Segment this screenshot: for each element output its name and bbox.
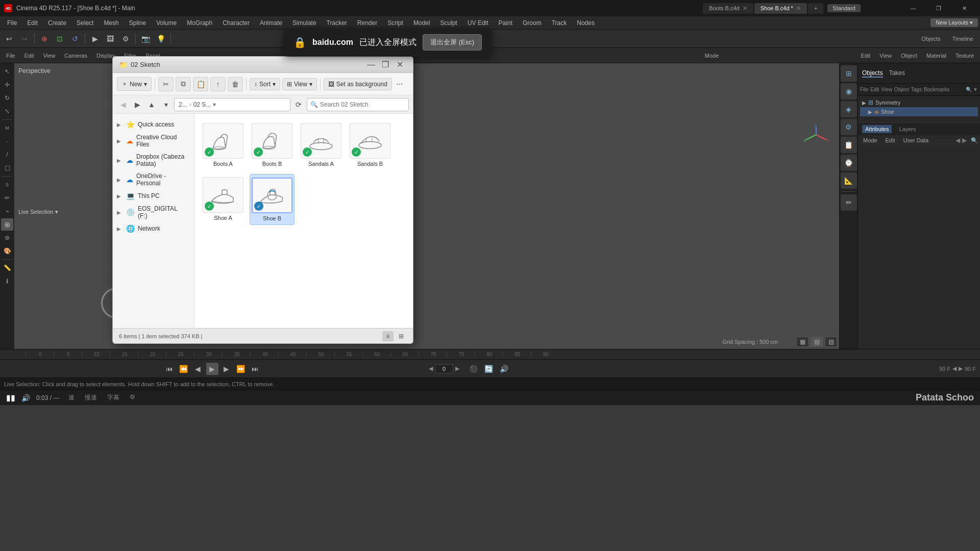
- more-button[interactable]: ···: [394, 80, 405, 89]
- menu-character[interactable]: Character: [217, 18, 255, 28]
- light-icon[interactable]: 💡: [154, 32, 168, 46]
- nav-recent-btn[interactable]: ▾: [160, 98, 172, 111]
- render-view-icon[interactable]: 🖼: [103, 32, 117, 46]
- file-sandals-b[interactable]: ✓ Sandals B: [348, 120, 393, 170]
- spline-tool[interactable]: S: [1, 179, 13, 191]
- search-attr-icon[interactable]: 🔍: [971, 137, 978, 144]
- menu-uvedit[interactable]: UV Edit: [462, 18, 494, 28]
- view-mode-1[interactable]: ▦: [796, 337, 808, 347]
- subtab-file[interactable]: File: [860, 87, 868, 92]
- edges-tool[interactable]: /: [1, 148, 13, 161]
- loop-btn[interactable]: 🔄: [483, 363, 495, 375]
- playbar-play-icon[interactable]: ▮▮: [6, 393, 15, 403]
- search-input[interactable]: [320, 101, 405, 108]
- camera-icon[interactable]: 📷: [138, 32, 153, 46]
- menu-tracker[interactable]: Tracker: [322, 18, 352, 28]
- layer-icon[interactable]: 📋: [841, 137, 857, 153]
- coord-icon[interactable]: 📐: [841, 172, 857, 189]
- texture-menu[interactable]: Texture: [951, 52, 978, 60]
- frame-arrow-right[interactable]: ▶: [959, 365, 963, 372]
- sound-btn[interactable]: 🔊: [498, 363, 510, 375]
- frame-arrow-left[interactable]: ◀: [952, 365, 957, 372]
- menu-simulate[interactable]: Simulate: [287, 18, 322, 28]
- menu-file[interactable]: File: [2, 18, 22, 28]
- scale-tool[interactable]: ⤡: [1, 105, 13, 117]
- select-tool[interactable]: ↖: [1, 65, 13, 78]
- tab-boots-b[interactable]: Boots B.c4d✕: [703, 3, 753, 14]
- share-button[interactable]: ↑: [210, 77, 226, 91]
- grid-view-btn[interactable]: ⊞: [396, 331, 407, 341]
- takes-tab[interactable]: Takes: [889, 69, 905, 78]
- view-menu[interactable]: File: [2, 52, 19, 60]
- timeline-icon[interactable]: Timeline: [947, 32, 978, 46]
- search-btn[interactable]: 🔍: [966, 87, 972, 92]
- menu-nodes[interactable]: Nodes: [572, 18, 600, 28]
- subtab-edit[interactable]: Edit: [870, 87, 879, 92]
- file-grid[interactable]: ✓ Boots A ✓ Boots B: [194, 114, 413, 328]
- subtab-view[interactable]: View: [881, 87, 892, 92]
- list-view-btn[interactable]: ≡: [382, 331, 394, 341]
- close-tab-icon[interactable]: ✕: [796, 5, 801, 11]
- prev-frame-btn[interactable]: ⏪: [178, 363, 190, 375]
- attr-icon[interactable]: ⚙: [841, 119, 857, 135]
- onedrive-item[interactable]: ▶ ☁ OneDrive - Personal: [113, 170, 194, 189]
- render-settings-icon[interactable]: ⚙: [118, 32, 133, 46]
- nav-forward-icon[interactable]: ▶: [962, 137, 967, 144]
- color-tool[interactable]: 🎨: [1, 245, 13, 257]
- subtab-bookmarks[interactable]: Bookmarks: [924, 87, 949, 92]
- attributes-tab[interactable]: Attributes: [862, 125, 892, 133]
- view-menu3[interactable]: View: [875, 52, 896, 60]
- nav-up-btn[interactable]: ▲: [145, 98, 158, 111]
- settings-btn[interactable]: ⚙: [127, 392, 138, 403]
- mode-menu[interactable]: Mode: [701, 52, 723, 60]
- mode-btn[interactable]: Mode: [860, 136, 880, 144]
- file-boots-a[interactable]: ✓ Boots A: [201, 120, 246, 170]
- symmetry-row[interactable]: ▶ ⊞ Symmetry: [860, 98, 978, 107]
- edit-attr-btn[interactable]: Edit: [883, 136, 898, 144]
- menu-select[interactable]: Select: [71, 18, 99, 28]
- sort-button[interactable]: ↕ Sort ▾: [250, 78, 280, 90]
- menu-volume[interactable]: Volume: [151, 18, 182, 28]
- nav-back-icon[interactable]: ◀: [955, 137, 960, 144]
- paste-button[interactable]: 📋: [193, 77, 208, 91]
- brush-icon[interactable]: ✏: [841, 194, 857, 211]
- new-button[interactable]: ＋ New ▾: [117, 77, 152, 91]
- view-button[interactable]: ⊞ View ▾: [282, 78, 317, 90]
- undo-icon[interactable]: ↩: [2, 32, 16, 46]
- path-bar[interactable]: 2... › 02 S... ▾: [174, 98, 290, 111]
- file-shoe-a[interactable]: ✓ Shoe A: [201, 174, 246, 225]
- brush-tool[interactable]: ✏: [1, 192, 13, 204]
- path-dropdown-icon[interactable]: ▾: [213, 101, 216, 108]
- rotate-tool[interactable]: ↻: [1, 92, 13, 104]
- objects-panel-icon[interactable]: Objects: [916, 32, 946, 46]
- file-sandals-a[interactable]: ✓ Sandals A: [299, 120, 344, 170]
- polygons-tool[interactable]: ▢: [1, 162, 13, 174]
- model-tool[interactable]: M: [1, 122, 13, 134]
- cameras-menu[interactable]: Cameras: [60, 52, 91, 60]
- dialog-maximize-btn[interactable]: ❐: [378, 60, 393, 70]
- move-icon[interactable]: ⊕: [37, 32, 52, 46]
- tab-shoe-b[interactable]: Shoe B.c4d *✕: [754, 3, 807, 14]
- dialog-close-btn[interactable]: ✕: [393, 60, 407, 70]
- go-end-btn[interactable]: ⏭: [249, 363, 261, 375]
- network-item[interactable]: ▶ 🌐 Network: [113, 222, 194, 235]
- menu-paint[interactable]: Paint: [494, 18, 518, 28]
- menu-groom[interactable]: Groom: [518, 18, 547, 28]
- tab-add[interactable]: +: [808, 3, 823, 14]
- scene-icon[interactable]: ◉: [841, 83, 857, 99]
- delete-button[interactable]: 🗑: [228, 77, 243, 91]
- menu-render[interactable]: Render: [352, 18, 382, 28]
- dropbox-item[interactable]: ▶ ☁ Dropbox (Cabeza Patata): [113, 151, 194, 170]
- shoe-row[interactable]: ▶ ◈ Shoe: [860, 107, 978, 116]
- menu-create[interactable]: Create: [43, 18, 71, 28]
- path-part-1[interactable]: 2...: [179, 101, 187, 108]
- userdata-btn[interactable]: User Data: [900, 136, 932, 144]
- speed-low[interactable]: 慢速: [82, 392, 100, 403]
- play-btn[interactable]: ▶: [206, 363, 218, 375]
- menu-track[interactable]: Track: [547, 18, 572, 28]
- info-tool[interactable]: ℹ: [1, 275, 13, 287]
- edit-menu3[interactable]: Edit: [856, 52, 874, 60]
- view-menu2[interactable]: View: [39, 52, 60, 60]
- this-pc-item[interactable]: ▶ 💻 This PC: [113, 189, 194, 203]
- file-shoe-b[interactable]: ✓ Shoe B: [250, 174, 295, 225]
